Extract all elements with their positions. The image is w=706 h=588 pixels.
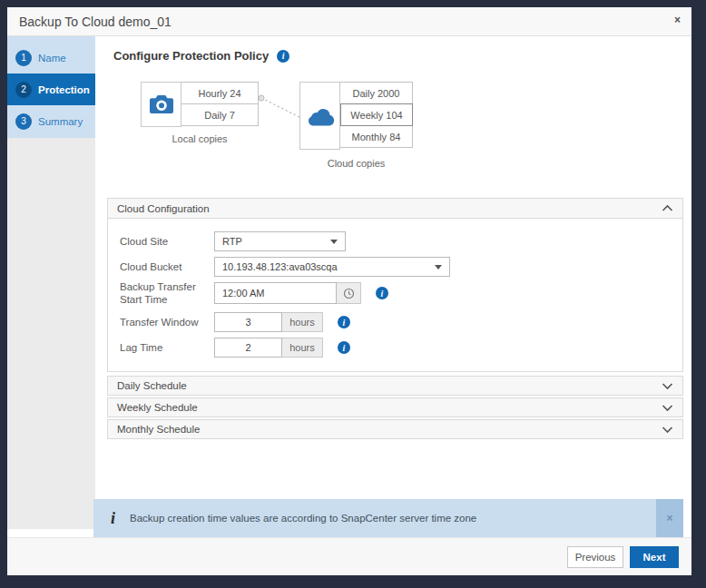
daily-schedule-section: Daily Schedule [107, 376, 683, 396]
dialog-close-icon[interactable]: × [674, 14, 681, 26]
cloud-configuration-title: Cloud Configuration [117, 203, 210, 214]
monthly-schedule-section: Monthly Schedule [107, 419, 683, 439]
local-copies-label: Local copies [141, 133, 259, 144]
transfer-window-unit: hours [282, 312, 323, 332]
cloud-configuration-header[interactable]: Cloud Configuration [107, 198, 683, 219]
weekly-schedule-label: Weekly Schedule [117, 402, 198, 413]
camera-icon-box [141, 82, 181, 127]
daily-schedule-label: Daily Schedule [117, 380, 187, 391]
banner-text: Backup creation time values are accordin… [130, 513, 656, 524]
camera-icon [148, 93, 175, 116]
start-time-input[interactable] [214, 282, 337, 304]
chevron-down-icon[interactable] [662, 404, 673, 412]
chevron-down-icon[interactable] [662, 382, 673, 390]
step-summary[interactable]: 3 Summary [7, 105, 95, 137]
transfer-window-row: Transfer Window hours i [120, 312, 350, 332]
step-protection[interactable]: 2 Protection [7, 74, 95, 105]
cloud-daily-cell: Daily 2000 [340, 82, 413, 104]
cloud-icon [305, 105, 336, 127]
lag-time-unit: hours [282, 338, 323, 358]
info-icon[interactable]: i [338, 341, 350, 354]
monthly-schedule-header[interactable]: Monthly Schedule [107, 419, 683, 439]
previous-button[interactable]: Previous [567, 546, 623, 568]
next-button[interactable]: Next [630, 546, 679, 568]
step-name[interactable]: 1 Name [7, 42, 95, 74]
lag-time-label: Lag Time [120, 341, 214, 354]
monthly-schedule-label: Monthly Schedule [117, 424, 200, 435]
step-label: Summary [38, 116, 83, 127]
chevron-down-icon[interactable] [662, 426, 673, 434]
cloud-retention-cells: Daily 2000 Weekly 104 Monthly 84 [340, 82, 413, 148]
weekly-schedule-section: Weekly Schedule [107, 397, 683, 417]
cloud-monthly-cell: Monthly 84 [340, 125, 413, 148]
start-time-row: Backup Transfer Start Time i [120, 280, 388, 307]
info-icon[interactable]: i [376, 287, 388, 299]
wizard-sidebar: 1 Name 2 Protection 3 Summary [7, 36, 95, 529]
cloud-bucket-row: Cloud Bucket 10.193.48.123:ava03scqa [120, 257, 450, 277]
chevron-down-icon [330, 240, 338, 244]
info-icon[interactable]: i [277, 50, 289, 63]
local-hourly-cell: Hourly 24 [181, 82, 259, 104]
cloud-bucket-value: 10.193.48.123:ava03scqa [222, 261, 427, 272]
title-bar: Backup To Cloud demo_01 × [7, 7, 691, 36]
info-icon[interactable]: i [338, 316, 350, 328]
page-title: Configure Protection Policy i [113, 49, 289, 63]
info-banner: i Backup creation time values are accord… [93, 499, 683, 537]
step-label: Protection [38, 84, 90, 95]
chevron-up-icon[interactable] [662, 204, 673, 212]
lag-time-row: Lag Time hours i [120, 338, 350, 358]
cloud-site-row: Cloud Site RTP [120, 231, 346, 251]
transfer-window-label: Transfer Window [120, 316, 214, 328]
step-number-badge: 3 [15, 113, 32, 130]
page-title-text: Configure Protection Policy [113, 49, 269, 63]
footer-bar: Previous Next [7, 537, 691, 575]
start-time-label: Backup Transfer Start Time [120, 280, 214, 307]
weekly-schedule-header[interactable]: Weekly Schedule [107, 397, 683, 417]
dialog-title: Backup To Cloud demo_01 [19, 15, 172, 29]
step-list: 1 Name 2 Protection 3 Summary [7, 36, 95, 138]
transfer-window-input[interactable] [214, 312, 282, 332]
banner-info-icon: i [111, 509, 115, 528]
step-label: Name [38, 53, 66, 64]
chevron-down-icon [435, 265, 442, 270]
step-number-badge: 1 [15, 50, 32, 66]
cloud-site-select[interactable]: RTP [214, 231, 346, 251]
step-number-badge: 2 [15, 82, 32, 98]
wizard-dialog: Backup To Cloud demo_01 × 1 Name 2 Prote… [7, 7, 691, 575]
cloud-bucket-label: Cloud Bucket [120, 260, 214, 273]
lag-time-input[interactable] [214, 338, 282, 358]
cloud-site-value: RTP [222, 236, 323, 247]
cloud-copies-label: Cloud copies [299, 158, 413, 169]
cloud-configuration-body: Cloud Site RTP Cloud Bucket 10.193.48.12… [107, 219, 683, 372]
cloud-site-label: Cloud Site [120, 235, 214, 248]
banner-close-icon[interactable]: × [656, 499, 683, 537]
daily-schedule-header[interactable]: Daily Schedule [107, 376, 683, 396]
cloud-icon-box [299, 82, 340, 150]
cloud-bucket-select[interactable]: 10.193.48.123:ava03scqa [214, 257, 450, 277]
clock-icon [343, 288, 355, 299]
clock-button[interactable] [337, 282, 361, 304]
local-daily-cell: Daily 7 [181, 103, 259, 126]
cloud-weekly-cell: Weekly 104 [340, 103, 413, 126]
local-retention-cells: Hourly 24 Daily 7 [181, 82, 259, 126]
cloud-configuration-panel: Cloud Configuration Cloud Site RTP Cloud… [107, 198, 683, 372]
